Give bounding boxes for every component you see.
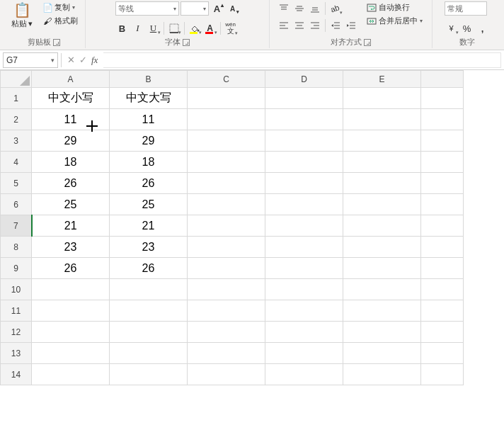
cell-D14[interactable] bbox=[265, 364, 343, 385]
cell-F6[interactable] bbox=[421, 194, 464, 215]
cell-D4[interactable] bbox=[265, 152, 343, 173]
cell-E3[interactable] bbox=[343, 130, 421, 152]
cell-F3[interactable] bbox=[421, 130, 464, 152]
font-name-combo[interactable]: 等线 ▾ bbox=[115, 1, 179, 16]
formula-input[interactable] bbox=[103, 52, 501, 68]
cell-B8[interactable]: 23 bbox=[110, 237, 188, 258]
row-header-14[interactable]: 14 bbox=[1, 364, 32, 385]
cell-B12[interactable] bbox=[110, 322, 188, 343]
cell-F11[interactable] bbox=[421, 300, 464, 322]
format-painter-button[interactable]: 🖌 格式刷 bbox=[40, 15, 81, 27]
cell-A10[interactable] bbox=[32, 279, 110, 300]
column-header-C[interactable]: C bbox=[188, 71, 265, 88]
border-button[interactable]: ▾ bbox=[167, 21, 181, 35]
cell-F10[interactable] bbox=[421, 279, 464, 300]
align-left-button[interactable] bbox=[277, 18, 291, 33]
cancel-formula-button[interactable]: ✕ bbox=[67, 55, 75, 65]
cell-D5[interactable] bbox=[265, 173, 343, 194]
cell-F1[interactable] bbox=[421, 88, 464, 109]
cell-E11[interactable] bbox=[343, 300, 421, 322]
cell-D11[interactable] bbox=[265, 300, 343, 322]
column-header-D[interactable]: D bbox=[265, 71, 343, 88]
cell-C3[interactable] bbox=[188, 130, 265, 152]
cell-C2[interactable] bbox=[188, 109, 265, 130]
cell-D7[interactable] bbox=[265, 215, 343, 237]
row-header-2[interactable]: 2 bbox=[1, 109, 32, 130]
cell-A2[interactable]: 11 bbox=[32, 109, 110, 130]
cell-C5[interactable] bbox=[188, 173, 265, 194]
cell-A11[interactable] bbox=[32, 300, 110, 322]
align-right-button[interactable] bbox=[308, 18, 322, 33]
cell-D8[interactable] bbox=[265, 237, 343, 258]
cell-C1[interactable] bbox=[188, 88, 265, 109]
cell-D1[interactable] bbox=[265, 88, 343, 109]
cell-A6[interactable]: 25 bbox=[32, 194, 110, 215]
cell-B1[interactable]: 中文大写 bbox=[110, 88, 188, 109]
column-header-E[interactable]: E bbox=[343, 71, 421, 88]
cell-B9[interactable]: 26 bbox=[110, 258, 188, 279]
cell-A1[interactable]: 中文小写 bbox=[32, 88, 110, 109]
cell-A4[interactable]: 18 bbox=[32, 152, 110, 173]
cell-A9[interactable]: 26 bbox=[32, 258, 110, 279]
row-header-11[interactable]: 11 bbox=[1, 300, 32, 322]
cell-D13[interactable] bbox=[265, 343, 343, 364]
cell-E9[interactable] bbox=[343, 258, 421, 279]
cell-C7[interactable] bbox=[188, 215, 265, 237]
row-header-12[interactable]: 12 bbox=[1, 322, 32, 343]
align-middle-button[interactable] bbox=[292, 1, 307, 16]
row-header-10[interactable]: 10 bbox=[1, 279, 32, 300]
cell-D6[interactable] bbox=[265, 194, 343, 215]
cell-C13[interactable] bbox=[188, 343, 265, 364]
select-all-corner[interactable] bbox=[1, 71, 32, 88]
cell-D2[interactable] bbox=[265, 109, 343, 130]
font-color-button[interactable]: A ▾ bbox=[203, 21, 217, 35]
cell-F5[interactable] bbox=[421, 173, 464, 194]
cell-B13[interactable] bbox=[110, 343, 188, 364]
cell-E12[interactable] bbox=[343, 322, 421, 343]
copy-button[interactable]: 📄 复制 ▾ bbox=[40, 1, 81, 13]
bold-button[interactable]: B bbox=[115, 21, 130, 35]
cell-E1[interactable] bbox=[343, 88, 421, 109]
row-header-4[interactable]: 4 bbox=[1, 152, 32, 173]
cell-A12[interactable] bbox=[32, 322, 110, 343]
cell-F7[interactable] bbox=[421, 215, 464, 237]
row-header-1[interactable]: 1 bbox=[1, 88, 32, 109]
cell-A7[interactable]: 21 bbox=[32, 215, 110, 237]
cell-B7[interactable]: 21 bbox=[110, 215, 188, 237]
cell-B5[interactable]: 26 bbox=[110, 173, 188, 194]
column-header-next[interactable] bbox=[421, 71, 464, 88]
merge-center-button[interactable]: 合并后居中 ▾ bbox=[364, 15, 425, 27]
cell-E14[interactable] bbox=[343, 364, 421, 385]
cell-B6[interactable]: 25 bbox=[110, 194, 188, 215]
cell-E6[interactable] bbox=[343, 194, 421, 215]
cell-E8[interactable] bbox=[343, 237, 421, 258]
align-top-button[interactable] bbox=[277, 1, 291, 16]
cell-D9[interactable] bbox=[265, 258, 343, 279]
cell-B11[interactable] bbox=[110, 300, 188, 322]
cell-A5[interactable]: 26 bbox=[32, 173, 110, 194]
cell-A14[interactable] bbox=[32, 364, 110, 385]
cell-C6[interactable] bbox=[188, 194, 265, 215]
phonetic-button[interactable]: wén 文 ▾ bbox=[224, 21, 238, 35]
cell-C14[interactable] bbox=[188, 364, 265, 385]
cell-C10[interactable] bbox=[188, 279, 265, 300]
row-header-3[interactable]: 3 bbox=[1, 130, 32, 152]
cell-E4[interactable] bbox=[343, 152, 421, 173]
row-header-5[interactable]: 5 bbox=[1, 173, 32, 194]
percent-button[interactable]: % bbox=[460, 21, 474, 35]
cell-F4[interactable] bbox=[421, 152, 464, 173]
italic-button[interactable]: I bbox=[131, 21, 145, 35]
enter-formula-button[interactable]: ✓ bbox=[79, 55, 87, 65]
cell-F12[interactable] bbox=[421, 322, 464, 343]
cell-E10[interactable] bbox=[343, 279, 421, 300]
cell-B4[interactable]: 18 bbox=[110, 152, 188, 173]
cell-C8[interactable] bbox=[188, 237, 265, 258]
currency-button[interactable]: ¥▾ bbox=[445, 21, 459, 35]
cell-F8[interactable] bbox=[421, 237, 464, 258]
cell-F2[interactable] bbox=[421, 109, 464, 130]
cell-D3[interactable] bbox=[265, 130, 343, 152]
wrap-text-button[interactable]: 自动换行 bbox=[364, 1, 425, 13]
alignment-launcher[interactable] bbox=[364, 39, 371, 46]
fill-color-button[interactable]: ▾ bbox=[188, 21, 202, 35]
cell-E7[interactable] bbox=[343, 215, 421, 237]
